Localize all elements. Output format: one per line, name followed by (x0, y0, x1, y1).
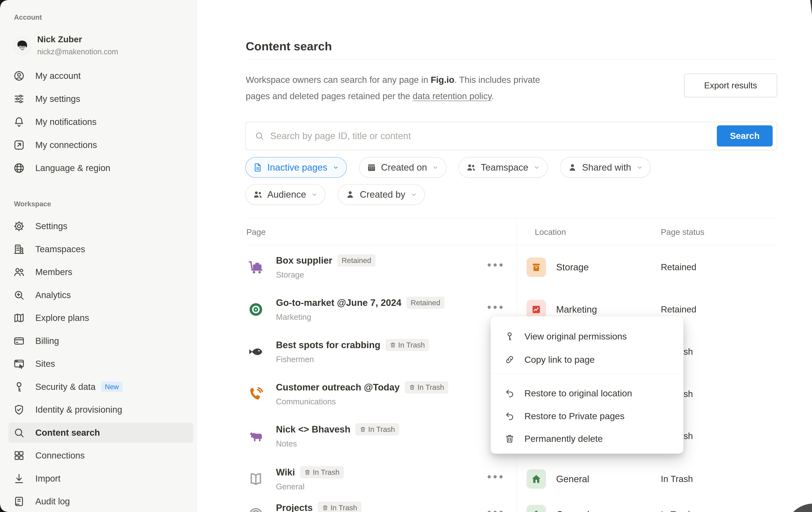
sidebar-item-label: Settings (35, 221, 67, 231)
dot (494, 511, 497, 512)
sliders-icon (13, 93, 25, 105)
page-icon-spiral (248, 507, 264, 512)
avatar (13, 37, 31, 55)
sidebar-item-identity-provisioning[interactable]: Identity & provisioning (8, 399, 193, 420)
trash-icon (504, 433, 515, 444)
window-corner-top-left (0, 0, 7, 7)
user-circle-icon (13, 70, 25, 82)
menu-item-label: Restore to Private pages (524, 411, 625, 421)
house-icon (530, 509, 542, 512)
user-avatar-illustration (13, 37, 31, 55)
sidebar-item-label: Identity & provisioning (35, 404, 122, 415)
page-cell: ProjectsIn Trash (276, 501, 361, 512)
notion-settings-window: { "sidebar": { "account_section": "Accou… (0, 0, 812, 512)
key-icon (504, 331, 515, 341)
sidebar-item-label: Explore plans (35, 313, 89, 323)
browser-icon (13, 358, 25, 370)
sidebar-item-my-account[interactable]: My account (8, 66, 193, 86)
search-plus-icon (13, 289, 25, 301)
sidebar-item-my-notifications[interactable]: My notifications (8, 112, 193, 132)
sidebar-item-label: Teamspaces (35, 244, 85, 254)
sidebar-item-connections[interactable]: Connections (8, 445, 193, 466)
sidebar-item-language-region[interactable]: Language & region (8, 158, 193, 178)
page-status: In Trash (661, 509, 693, 512)
sidebar-item-label: My connections (35, 140, 97, 150)
menu-item-view-original-permissions[interactable]: View original permissions (495, 326, 679, 347)
sidebar-item-explore-plans[interactable]: Explore plans (8, 308, 193, 328)
badge-label: In Trash (330, 504, 357, 512)
menu-item-label: View original permissions (524, 331, 627, 342)
sidebar-item-sites[interactable]: Sites (8, 354, 193, 374)
sidebar-item-label: Audit log (35, 496, 70, 507)
gear-icon (13, 220, 25, 232)
location-icon-house (526, 505, 546, 512)
location-label: General (556, 509, 589, 512)
sidebar-item-audit-log[interactable]: Audit log (8, 491, 193, 512)
undo-icon (504, 411, 515, 421)
download-icon (13, 473, 25, 484)
sidebar-section-account: Account (14, 13, 42, 22)
link-icon (504, 355, 515, 365)
account-user[interactable]: Nick Zuber nickz@makenotion.com (13, 34, 118, 57)
menu-item-label: Permanently delete (524, 433, 603, 444)
globe-icon (13, 162, 25, 174)
menu-item-label: Restore to original location (524, 388, 632, 398)
sidebar-item-label: Billing (35, 336, 59, 346)
sidebar-item-billing[interactable]: Billing (8, 331, 193, 351)
sidebar-item-analytics[interactable]: Analytics (8, 285, 193, 305)
sidebar-item-security-data[interactable]: Security & dataNew (8, 377, 193, 397)
sidebar-item-label: Sites (35, 359, 55, 369)
sidebar-item-my-connections[interactable]: My connections (8, 135, 193, 155)
sidebar-item-label: Language & region (35, 163, 110, 173)
sidebar-item-label: My account (35, 71, 81, 81)
menu-item-copy-link-to-page[interactable]: Copy link to page (495, 349, 679, 370)
sidebar-item-content-search[interactable]: Content search (8, 423, 193, 443)
row-context-menu: View original permissionsCopy link to pa… (491, 316, 684, 454)
people-icon (13, 266, 25, 278)
trash-icon (322, 505, 328, 511)
menu-item-restore-to-private-pages[interactable]: Restore to Private pages (495, 405, 679, 427)
arrow-out-icon (13, 139, 25, 151)
user-name: Nick Zuber (37, 34, 118, 45)
sidebar-item-settings[interactable]: Settings (8, 216, 193, 236)
sidebar-section-workspace: Workspace (14, 200, 51, 208)
sidebar-item-import[interactable]: Import (8, 469, 193, 489)
menu-item-permanently-delete[interactable]: Permanently delete (495, 428, 679, 449)
dot (499, 511, 503, 512)
grid-icon (13, 450, 25, 461)
sidebar-item-label: Import (35, 474, 60, 484)
scroll-icon (13, 495, 25, 507)
menu-item-restore-to-original-location[interactable]: Restore to original location (495, 383, 679, 404)
search-icon (13, 427, 25, 439)
sidebar-item-label: Members (35, 267, 72, 277)
new-badge: New (101, 382, 123, 392)
page-status-badge: In Trash (318, 502, 361, 512)
sidebar-item-label: My settings (35, 94, 80, 104)
window-corner-bottom-left (0, 505, 7, 512)
sidebar-item-members[interactable]: Members (8, 262, 193, 282)
sidebar-item-label: Analytics (35, 290, 71, 300)
card-icon (13, 335, 25, 347)
sidebar-item-label: Connections (35, 450, 85, 461)
dot (488, 511, 491, 512)
row-menu-button[interactable] (488, 511, 503, 512)
menu-item-label: Copy link to page (524, 355, 594, 365)
undo-icon (504, 388, 515, 398)
sidebar-item-my-settings[interactable]: My settings (8, 89, 193, 109)
sidebar-item-label: My notifications (35, 117, 96, 127)
map-icon (13, 312, 25, 324)
shield-icon (13, 404, 25, 416)
key-icon (13, 381, 25, 393)
bell-icon (13, 116, 25, 128)
building-icon (13, 243, 25, 255)
sidebar-item-teamspaces[interactable]: Teamspaces (8, 239, 193, 260)
user-email: nickz@makenotion.com (37, 47, 118, 57)
settings-sidebar: Account Nick Zuber nickz@makenotion.com … (0, 0, 197, 512)
page-title-link[interactable]: Projects (276, 503, 313, 512)
sidebar-item-label: Security & data (35, 382, 95, 392)
sidebar-item-label: Content search (35, 428, 100, 438)
spiral-icon (248, 507, 264, 512)
